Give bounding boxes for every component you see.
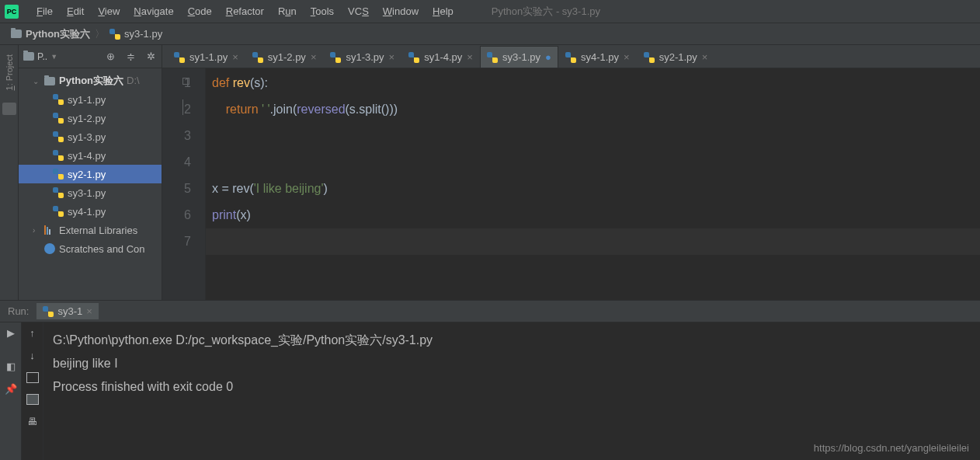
close-icon[interactable]: × <box>702 51 708 63</box>
breadcrumb-root[interactable]: Python实验六 <box>11 27 90 41</box>
tree-external-libs[interactable]: › External Libraries <box>19 221 162 239</box>
run-header: Run: sy3-1 × <box>0 301 980 322</box>
python-file-icon <box>487 52 498 63</box>
run-body: ▶ ◧ 📌 ↑ ↓ 🖶 G:\Python\python.exe D:/pc_w… <box>0 322 980 460</box>
up-icon[interactable]: ↑ <box>30 327 35 339</box>
expand-icon[interactable]: ⌄ <box>33 77 40 85</box>
menu-file[interactable]: File <box>30 5 60 17</box>
breadcrumb-root-label: Python实验六 <box>26 27 90 41</box>
python-file-icon <box>53 94 64 105</box>
console-line: beijing like I <box>53 352 971 375</box>
tree-file-label: sy2-1.py <box>68 169 106 180</box>
run-sub-toolbar: ↑ ↓ 🖶 <box>22 322 43 460</box>
close-icon[interactable]: × <box>389 51 395 63</box>
editor-tab-strip: sy1-1.py×sy1-2.py×sy1-3.py×sy1-4.py×sy3-… <box>162 45 980 68</box>
tab-label: sy1-2.py <box>268 51 306 63</box>
scroll-icon[interactable] <box>26 394 39 405</box>
main-area: 1: Project P.. ▼ ⊕ ≑ ✲ ⌄ Python实验六D:\ sy… <box>0 45 980 300</box>
menu-help[interactable]: Help <box>426 5 460 17</box>
menu-vcs[interactable]: VCS <box>341 5 376 17</box>
python-file-icon <box>53 169 64 179</box>
menu-tools[interactable]: Tools <box>304 5 341 17</box>
layout-icon[interactable]: ◧ <box>6 361 16 372</box>
python-file-icon <box>109 29 120 40</box>
tree-file-label: sy1-2.py <box>68 113 106 124</box>
breadcrumb-separator-icon: 〉 <box>95 27 105 41</box>
tab-label: sy4-1.py <box>581 51 619 63</box>
editor-tab[interactable]: sy1-1.py× <box>167 46 245 68</box>
collapse-icon[interactable]: ≑ <box>124 51 137 63</box>
external-libraries-label: External Libraries <box>59 225 137 236</box>
scratches-label: Scratches and Con <box>59 243 145 255</box>
tree-scratches[interactable]: Scratches and Con <box>19 239 162 258</box>
python-file-icon <box>565 52 576 63</box>
tree-file[interactable]: sy1-4.py <box>19 146 162 165</box>
tree-root[interactable]: ⌄ Python实验六D:\ <box>19 71 162 90</box>
run-tab[interactable]: sy3-1 × <box>36 303 98 319</box>
tree-file[interactable]: sy1-1.py <box>19 90 162 109</box>
menu-window[interactable]: Window <box>376 5 426 17</box>
tab-label: sy1-3.py <box>346 51 384 63</box>
python-file-icon <box>53 150 64 161</box>
expand-icon[interactable]: › <box>33 226 40 235</box>
tree-file-label: sy1-3.py <box>68 131 106 143</box>
close-icon[interactable]: × <box>311 51 317 63</box>
structure-tool-icon[interactable] <box>2 103 16 115</box>
tree-file[interactable]: sy1-2.py <box>19 109 162 127</box>
locate-icon[interactable]: ⊕ <box>104 51 116 63</box>
project-panel-title[interactable]: P.. ▼ <box>23 51 96 62</box>
run-toolbar: ▶ ◧ 📌 <box>0 322 22 460</box>
editor-tab[interactable]: sy1-4.py× <box>401 46 480 68</box>
tree-file[interactable]: sy4-1.py <box>19 202 162 221</box>
python-file-icon <box>53 187 64 198</box>
menu-edit[interactable]: Edit <box>60 5 91 17</box>
softwrap-icon[interactable] <box>26 372 39 383</box>
close-icon[interactable]: × <box>467 51 473 63</box>
project-tool-tab[interactable]: 1: Project <box>3 50 16 95</box>
editor-tab[interactable]: sy1-2.py× <box>245 46 324 68</box>
editor-tab[interactable]: sy4-1.py× <box>558 46 637 68</box>
tab-label: sy2-1.py <box>659 51 697 63</box>
run-tab-label: sy3-1 <box>57 305 82 317</box>
tree-file-label: sy4-1.py <box>68 206 106 218</box>
tree-file[interactable]: sy1-3.py <box>19 127 162 146</box>
menu-view[interactable]: View <box>91 5 127 17</box>
menu-code[interactable]: Code <box>181 5 219 17</box>
folder-icon <box>44 77 55 85</box>
editor-tab[interactable]: sy2-1.py× <box>637 46 715 68</box>
down-icon[interactable]: ↓ <box>30 350 35 361</box>
close-icon[interactable]: × <box>232 51 238 63</box>
editor-tab[interactable]: sy1-3.py× <box>323 46 401 68</box>
run-title: Run: <box>8 305 29 317</box>
print-icon[interactable]: 🖶 <box>27 416 37 427</box>
gutter: 1 2 3 4 5 6 7 <box>162 68 206 300</box>
breadcrumb: Python实验六 〉 sy3-1.py <box>0 23 980 45</box>
tree-file[interactable]: sy2-1.py <box>19 165 162 183</box>
run-icon[interactable]: ▶ <box>7 327 15 339</box>
editor-tab[interactable]: sy3-1.py● <box>480 46 558 68</box>
left-gutter: 1: Project <box>0 45 19 300</box>
python-file-icon <box>644 52 655 63</box>
project-panel: P.. ▼ ⊕ ≑ ✲ ⌄ Python实验六D:\ sy1-1.pysy1-2… <box>19 45 162 300</box>
tree-file[interactable]: sy3-1.py <box>19 183 162 202</box>
close-icon[interactable]: × <box>624 51 630 63</box>
code-editor[interactable]: 1 2 3 4 5 6 7 def rev(s): return ' '.joi… <box>162 68 980 300</box>
scratches-icon <box>44 243 55 254</box>
menu-navigate[interactable]: Navigate <box>127 5 180 17</box>
console-line: G:\Python\python.exe D:/pc_workspace_实验/… <box>53 329 971 352</box>
folder-icon <box>11 30 22 38</box>
breadcrumb-file[interactable]: sy3-1.py <box>109 28 162 40</box>
code-content[interactable]: def rev(s): return ' '.join(reversed(s.s… <box>206 68 980 300</box>
console[interactable]: G:\Python\python.exe D:/pc_workspace_实验/… <box>43 322 980 460</box>
pin-icon[interactable]: 📌 <box>5 383 17 395</box>
fold-line-icon <box>182 99 189 115</box>
close-icon[interactable]: × <box>86 305 92 317</box>
menu-refactor[interactable]: Refactor <box>219 5 271 17</box>
menu-run[interactable]: Run <box>271 5 304 17</box>
fold-icon[interactable] <box>182 78 189 85</box>
run-panel: Run: sy3-1 × ▶ ◧ 📌 ↑ ↓ 🖶 G:\Python\pytho… <box>0 300 980 460</box>
close-icon[interactable]: ● <box>545 51 551 63</box>
python-file-icon <box>330 52 341 63</box>
project-tree: ⌄ Python实验六D:\ sy1-1.pysy1-2.pysy1-3.pys… <box>19 68 162 258</box>
settings-icon[interactable]: ✲ <box>144 51 157 63</box>
